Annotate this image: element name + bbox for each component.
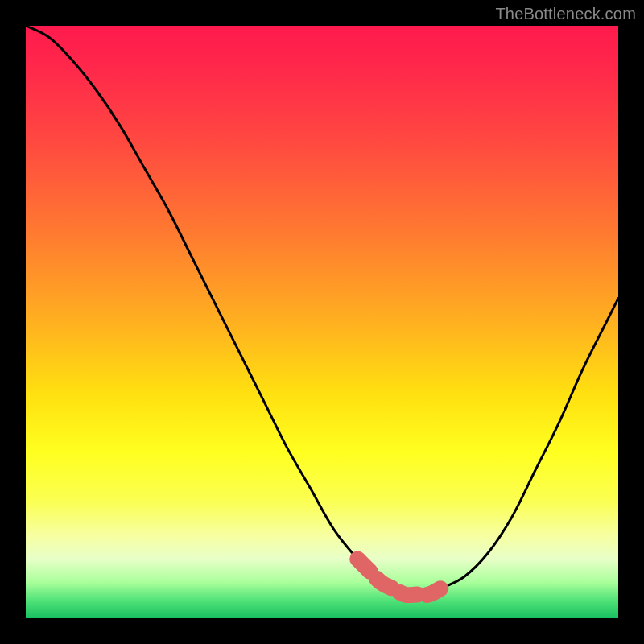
curve-highlight <box>357 559 440 595</box>
chart-plot-area <box>26 26 618 618</box>
watermark-text: TheBottleneck.com <box>495 5 636 23</box>
bottleneck-curve <box>26 26 618 618</box>
curve-line <box>26 26 618 595</box>
chart-frame: TheBottleneck.com <box>0 0 644 644</box>
